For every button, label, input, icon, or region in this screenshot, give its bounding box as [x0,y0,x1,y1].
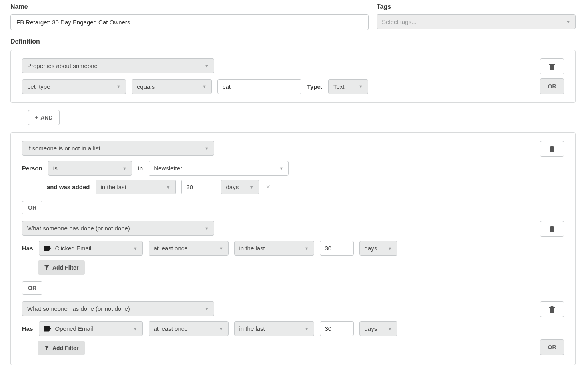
flag-icon [44,246,51,251]
added-unit-value: days [226,184,239,190]
operator-select[interactable]: equals ▼ [132,79,212,94]
operator-value: equals [137,83,155,90]
trash-icon [549,63,555,70]
timeop-select[interactable]: in the last ▼ [234,321,314,336]
delete-button[interactable] [540,301,564,317]
chevron-down-icon: ▼ [305,326,309,331]
trash-icon [549,306,555,313]
chevron-down-icon: ▼ [566,20,570,24]
tags-label: Tags [377,3,576,10]
chevron-down-icon: ▼ [205,306,209,311]
chevron-down-icon: ▼ [166,185,171,190]
chevron-down-icon: ▼ [116,84,121,89]
chevron-down-icon: ▼ [205,64,209,68]
value-input[interactable] [217,79,301,94]
chevron-down-icon: ▼ [219,326,223,331]
chevron-down-icon: ▼ [122,166,127,171]
tags-placeholder: Select tags... [382,18,417,25]
list-select[interactable]: Newsletter ▼ [149,161,289,176]
property-value: pet_type [27,83,50,90]
person-op-value: is [53,165,58,172]
filter-icon [44,346,49,350]
freq-value: at least once [154,325,188,332]
num-input[interactable] [320,241,354,256]
added-op-value: in the last [101,184,126,190]
person-op-select[interactable]: is ▼ [48,161,132,176]
dashed-divider [50,208,564,208]
condition-type-value: What someone has done (or not done) [27,225,130,232]
chevron-down-icon: ▼ [359,84,363,89]
trash-icon [549,226,555,232]
chevron-down-icon: ▼ [219,246,223,251]
and-button[interactable]: + AND [28,110,60,125]
filter-icon [44,265,49,270]
condition-block-1: Properties about someone ▼ pet_type ▼ eq… [10,50,576,103]
dashed-divider [50,288,564,288]
event-select[interactable]: Clicked Email ▼ [39,241,143,256]
added-num-input[interactable] [181,180,215,194]
definition-label: Definition [10,38,576,45]
timeop-value: in the last [239,325,265,332]
type-value: Text [333,83,345,90]
condition-type-select[interactable]: Properties about someone ▼ [22,58,214,73]
event-select[interactable]: Opened Email ▼ [39,321,143,336]
or-divider-button[interactable]: OR [22,281,42,295]
remove-time-icon[interactable]: × [265,183,272,191]
person-label: Person [22,165,42,172]
condition-type-select[interactable]: If someone is or not in a list ▼ [22,141,214,156]
add-filter-button[interactable]: Add Filter [38,260,85,275]
timeop-select[interactable]: in the last ▼ [234,241,314,256]
add-filter-label: Add Filter [52,345,78,351]
delete-button[interactable] [540,221,564,237]
name-label: Name [10,3,369,10]
unit-value: days [365,325,377,332]
tags-select[interactable]: Select tags... ▼ [377,14,576,29]
trash-icon [549,146,555,152]
num-input[interactable] [320,321,354,336]
added-label: and was added [47,184,90,190]
freq-select[interactable]: at least once ▼ [149,241,229,256]
chevron-down-icon: ▼ [388,326,392,331]
chevron-down-icon: ▼ [133,246,138,251]
name-input[interactable] [10,14,369,30]
event-value: Opened Email [55,325,93,332]
flag-icon [44,326,51,332]
has-label: Has [22,325,33,332]
add-filter-button[interactable]: Add Filter [38,341,85,355]
chevron-down-icon: ▼ [279,166,283,171]
chevron-down-icon: ▼ [388,246,392,251]
chevron-down-icon: ▼ [205,146,209,151]
chevron-down-icon: ▼ [205,226,209,231]
unit-select[interactable]: days ▼ [359,241,397,256]
or-button[interactable]: OR [540,78,564,94]
event-value: Clicked Email [55,245,92,252]
plus-icon: + [35,114,38,121]
condition-type-value: If someone is or not in a list [27,145,100,152]
add-filter-label: Add Filter [52,264,78,271]
has-label: Has [22,245,33,252]
type-select[interactable]: Text ▼ [328,79,368,94]
delete-button[interactable] [540,58,564,74]
added-op-select[interactable]: in the last ▼ [96,180,176,194]
chevron-down-icon: ▼ [202,84,207,89]
condition-type-select[interactable]: What someone has done (or not done) ▼ [22,301,214,316]
in-label: in [138,165,143,172]
connector-line [28,124,28,132]
condition-block-2: If someone is or not in a list ▼ Person … [10,132,576,365]
freq-select[interactable]: at least once ▼ [149,321,229,336]
chevron-down-icon: ▼ [249,185,254,190]
condition-type-select[interactable]: What someone has done (or not done) ▼ [22,221,214,236]
condition-type-value: Properties about someone [27,62,98,69]
unit-value: days [365,245,377,252]
delete-button[interactable] [540,141,564,157]
unit-select[interactable]: days ▼ [359,321,397,336]
property-select[interactable]: pet_type ▼ [22,79,126,94]
condition-type-value: What someone has done (or not done) [27,305,130,312]
or-button[interactable]: OR [540,339,564,355]
list-value: Newsletter [154,165,182,172]
freq-value: at least once [154,245,188,252]
or-divider-button[interactable]: OR [22,201,42,214]
added-unit-select[interactable]: days ▼ [221,180,259,194]
and-label: AND [40,114,52,121]
type-label: Type: [307,83,323,90]
